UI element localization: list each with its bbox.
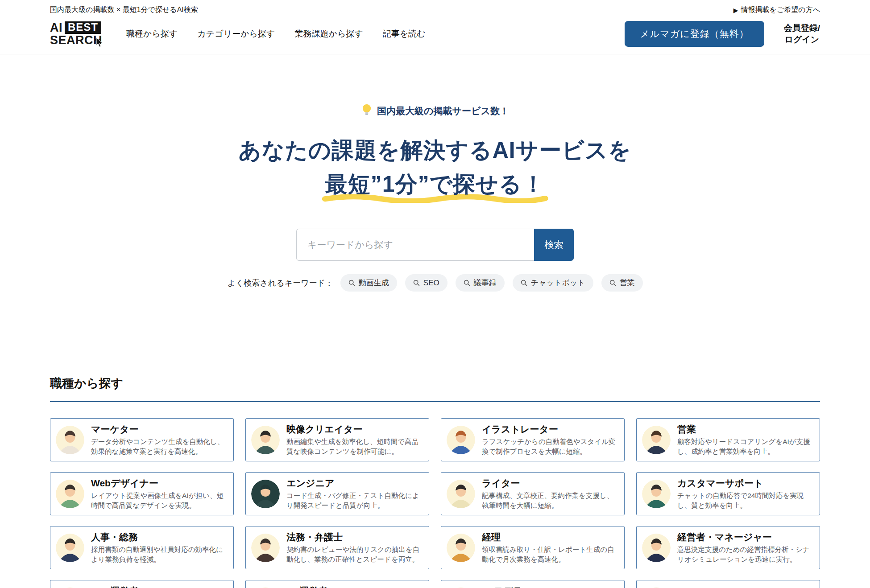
job-card-text: カスタマーサポート チャットの自動応答で24時間対応を実現し、質と効率を向上。 (677, 477, 813, 510)
signup-login-link[interactable]: 会員登録/ログイン (784, 22, 820, 45)
job-card[interactable]: 人事・総務 採用書類の自動選別や社員対応の効率化により業務負荷を軽減。 (50, 526, 234, 569)
job-illustration (447, 534, 475, 562)
info-listing-link[interactable]: ▶ 情報掲載をご希望の方へ (733, 5, 820, 15)
info-listing-label: 情報掲載をご希望の方へ (741, 5, 820, 15)
login-label: ログイン (784, 35, 819, 44)
header-actions: メルマガに登録（無料） 会員登録/ログイン (625, 21, 820, 47)
job-card-text: 経理 領収書読み取り・仕訳・レポート生成の自動化で月次業務を高速化。 (482, 531, 618, 564)
job-card-description: 記事構成、文章校正、要約作業を支援し、執筆時間を大幅に短縮。 (482, 491, 618, 510)
job-card[interactable]: マーケター データ分析やコンテンツ生成を自動化し、効果的な施策立案と実行を高速化… (50, 418, 234, 461)
job-illustration (447, 426, 475, 454)
section-title: 職種から探す (50, 375, 820, 391)
job-card-description: ラフスケッチからの自動着色やスタイル変換で制作プロセスを大幅に短縮。 (482, 437, 618, 456)
job-card-text: 経営者・マネージャー 意思決定支援のための経営指標分析・シナリオシミュレーション… (677, 531, 813, 564)
lightbulb-icon (361, 103, 373, 118)
job-illustration (642, 480, 671, 508)
search-icon (609, 280, 616, 286)
job-illustration (56, 426, 84, 454)
logo-word-ai: AI (50, 21, 62, 34)
job-card[interactable]: ライター 記事構成、文章校正、要約作業を支援し、執筆時間を大幅に短縮。 (441, 472, 625, 515)
nav-item[interactable]: カテゴリーから探す (197, 28, 275, 40)
site-header: AI BEST SEARCH 職種から探すカテゴリーから探す業務課題から探す記事… (0, 15, 870, 54)
job-card-title: EC運営者 (286, 585, 423, 588)
keyword-chip-label: 営業 (620, 278, 635, 288)
job-card[interactable]: 映像クリエイター 動画編集や生成を効率化し、短時間で高品質な映像コンテンツを制作… (245, 418, 429, 461)
job-card-description: 領収書読み取り・仕訳・レポート生成の自動化で月次業務を高速化。 (482, 545, 618, 564)
hero-badge-text: 国内最大級の掲載サービス数！ (377, 105, 509, 117)
keyword-chip-label: チャットボット (531, 278, 585, 288)
keywords-label: よく検索されるキーワード： (227, 278, 333, 288)
nav-item[interactable]: 記事を読む (383, 28, 426, 40)
job-card-title: 3Dモデラー (482, 585, 618, 588)
job-card-text: SNS運営者 SNS運営に関わるリサーチからコンテンツ生成までを効率化。 (91, 585, 227, 588)
keyword-chip[interactable]: 営業 (601, 274, 643, 292)
job-card-description: 採用書類の自動選別や社員対応の効率化により業務負荷を軽減。 (91, 545, 227, 564)
keyword-chip[interactable]: 議事録 (456, 274, 505, 292)
logo-word-search: SEARCH (50, 34, 102, 46)
logo-badge-best: BEST (65, 21, 101, 34)
job-card-description: コード生成・バグ修正・テスト自動化により開発スピードと品質が向上。 (286, 491, 423, 510)
job-illustration (56, 534, 84, 562)
hero-title: あなたの課題を解決するAIサービスを 最短”1分”で探せる！ (0, 133, 870, 201)
keyword-chip[interactable]: 動画生成 (340, 274, 397, 292)
job-card[interactable]: エンジニア コード生成・バグ修正・テスト自動化により開発スピードと品質が向上。 (245, 472, 429, 515)
job-card-title: ライター (482, 477, 618, 489)
job-card-text: 法務・弁護士 契約書のレビューや法的リスクの抽出を自動化し、業務の正確性とスピー… (286, 531, 423, 564)
job-card-title: 営業 (677, 423, 813, 436)
section-divider (50, 401, 820, 402)
site-tagline: 国内最大級の掲載数 × 最短1分で探せるAI検索 (50, 5, 198, 15)
job-card-text: エンジニア コード生成・バグ修正・テスト自動化により開発スピードと品質が向上。 (286, 477, 423, 510)
job-illustration (56, 480, 84, 508)
job-illustration (447, 480, 475, 508)
job-card-title: Webデザイナー (91, 477, 227, 489)
job-card-text: 人事・総務 採用書類の自動選別や社員対応の効率化により業務負荷を軽減。 (91, 531, 227, 564)
job-card-title: 法務・弁護士 (286, 531, 423, 543)
nav-item[interactable]: 業務課題から探す (294, 28, 363, 40)
job-card[interactable]: プライベート プライベートでのAI活用。 (636, 580, 820, 588)
job-card-text: ライター 記事構成、文章校正、要約作業を支援し、執筆時間を大幅に短縮。 (482, 477, 618, 510)
job-card[interactable]: イラストレーター ラフスケッチからの自動着色やスタイル変換で制作プロセスを大幅に… (441, 418, 625, 461)
play-triangle-icon: ▶ (733, 7, 738, 14)
job-card-text: EC運営者 魅力的な商品画像を生成し、CVR改善を実現。 (286, 585, 423, 588)
site-logo[interactable]: AI BEST SEARCH (50, 21, 104, 46)
search-button[interactable]: 検索 (534, 229, 574, 261)
search-icon (464, 280, 470, 286)
keyword-chip-label: SEO (423, 279, 439, 288)
job-card[interactable]: 3Dモデラー 3Dモデルの生成に関わる時間を大幅に短縮。 (441, 580, 625, 588)
mouse-cursor-icon (95, 37, 104, 49)
job-card-text: 営業 顧客対応やリードスコアリングをAIが支援し、成約率と営業効率を向上。 (677, 423, 813, 456)
job-card[interactable]: SNS運営者 SNS運営に関わるリサーチからコンテンツ生成までを効率化。 (50, 580, 234, 588)
search-icon (521, 280, 527, 286)
job-card-description: チャットの自動応答で24時間対応を実現し、質と効率を向上。 (677, 491, 813, 510)
job-card-title: カスタマーサポート (677, 477, 813, 489)
keyword-chip[interactable]: チャットボット (513, 274, 593, 292)
job-card[interactable]: 経理 領収書読み取り・仕訳・レポート生成の自動化で月次業務を高速化。 (441, 526, 625, 569)
job-card[interactable]: 経営者・マネージャー 意思決定支援のための経営指標分析・シナリオシミュレーション… (636, 526, 820, 569)
job-card-description: データ分析やコンテンツ生成を自動化し、効果的な施策立案と実行を高速化。 (91, 437, 227, 456)
job-card-title: 経営者・マネージャー (677, 531, 813, 543)
keyword-chip[interactable]: SEO (405, 274, 447, 292)
signup-label: 会員登録/ (784, 23, 820, 33)
job-illustration (251, 534, 280, 562)
hero-section: 国内最大級の掲載サービス数！ あなたの課題を解決するAIサービスを 最短”1分”… (0, 54, 870, 292)
newsletter-signup-button[interactable]: メルマガに登録（無料） (625, 21, 764, 47)
job-card-text: 3Dモデラー 3Dモデルの生成に関わる時間を大幅に短縮。 (482, 585, 618, 588)
nav-item[interactable]: 職種から探す (126, 28, 178, 40)
job-card-text: マーケター データ分析やコンテンツ生成を自動化し、効果的な施策立案と実行を高速化… (91, 423, 227, 456)
job-card-title: 人事・総務 (91, 531, 227, 543)
job-illustration (251, 426, 280, 454)
job-card[interactable]: 法務・弁護士 契約書のレビューや法的リスクの抽出を自動化し、業務の正確性とスピー… (245, 526, 429, 569)
job-card[interactable]: 営業 顧客対応やリードスコアリングをAIが支援し、成約率と営業効率を向上。 (636, 418, 820, 461)
job-card-text: Webデザイナー レイアウト提案や画像生成をAIが担い、短時間で高品質なデザイン… (91, 477, 227, 510)
job-card[interactable]: カスタマーサポート チャットの自動応答で24時間対応を実現し、質と効率を向上。 (636, 472, 820, 515)
job-card-title: マーケター (91, 423, 227, 436)
job-card-text: 映像クリエイター 動画編集や生成を効率化し、短時間で高品質な映像コンテンツを制作… (286, 423, 423, 456)
job-card-title: エンジニア (286, 477, 423, 489)
search-input[interactable] (296, 229, 534, 261)
job-card[interactable]: Webデザイナー レイアウト提案や画像生成をAIが担い、短時間で高品質なデザイン… (50, 472, 234, 515)
job-card[interactable]: EC運営者 魅力的な商品画像を生成し、CVR改善を実現。 (245, 580, 429, 588)
job-card-description: レイアウト提案や画像生成をAIが担い、短時間で高品質なデザインを実現。 (91, 491, 227, 510)
keyword-chips: 動画生成SEO議事録チャットボット営業 (340, 274, 643, 292)
job-card-description: 動画編集や生成を効率化し、短時間で高品質な映像コンテンツを制作可能に。 (286, 437, 423, 456)
search-icon (348, 280, 355, 286)
